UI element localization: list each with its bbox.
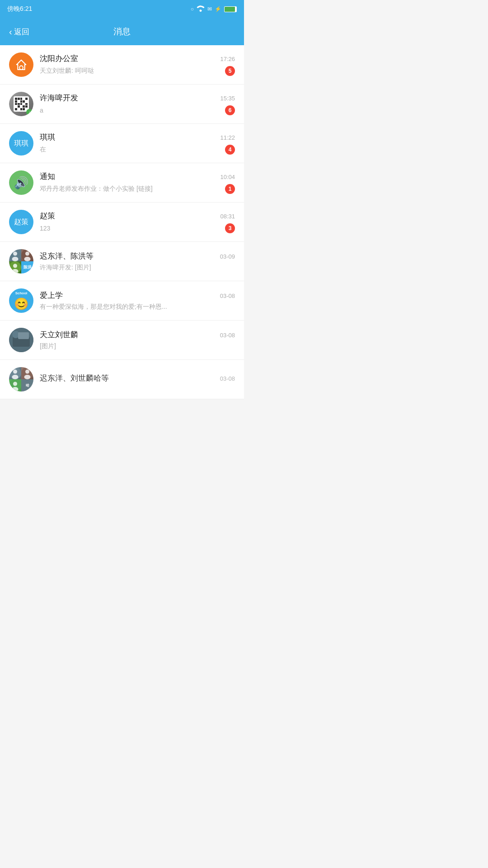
unread-badge: 1: [225, 184, 235, 194]
message-preview: 有一种爱深似海，那是您对我的爱;有一种恩...: [40, 303, 193, 311]
list-item[interactable]: 赵策 赵策 08:31 123 3: [0, 203, 244, 242]
contact-name: 琪琪: [40, 132, 55, 142]
avatar: School 😊: [9, 288, 33, 313]
avatar: [9, 328, 33, 352]
svg-point-25: [12, 387, 19, 392]
message-preview: 在: [40, 146, 193, 154]
avatar-text: 琪琪: [14, 139, 28, 148]
svg-point-11: [13, 264, 17, 268]
contact-name: 赵策: [40, 211, 55, 221]
message-content: 沈阳办公室 17:26 天立刘世麟: 呵呵哒 5: [40, 53, 235, 76]
message-preview: 邓丹丹老师发布作业：做个小实验 [链接]: [40, 185, 193, 193]
avatar: 陈洪: [9, 249, 33, 274]
message-time: 03-08: [220, 292, 235, 299]
message-content: 琪琪 11:22 在 4: [40, 132, 235, 155]
contact-name: 天立刘世麟: [40, 330, 78, 340]
message-content: 赵策 08:31 123 3: [40, 211, 235, 233]
contact-name: 爱上学: [40, 290, 63, 301]
message-content: 迟东洋、刘世麟哈等 03-08: [40, 373, 235, 386]
message-icon: ✉: [207, 6, 212, 12]
svg-point-8: [25, 252, 29, 256]
message-content: 天立刘世麟 03-08 [图片]: [40, 330, 235, 350]
message-content: 通知 10:04 邓丹丹老师发布作业：做个小实验 [链接] 1: [40, 171, 235, 194]
list-item[interactable]: 🔊 通知 10:04 邓丹丹老师发布作业：做个小实验 [链接] 1: [0, 163, 244, 203]
battery-charging-icon: ⚡: [215, 6, 221, 12]
status-icons: ○ ✉ ⚡: [191, 5, 237, 13]
status-bar: 傍晚6:21 ○ ✉ ⚡: [0, 0, 244, 18]
contact-name: 沈阳办公室: [40, 53, 78, 64]
contact-name: 通知: [40, 171, 55, 182]
list-item[interactable]: 哈 迟东洋、刘世麟哈等 03-08: [0, 360, 244, 399]
svg-point-12: [12, 269, 19, 274]
battery-icon: [224, 6, 237, 12]
speaker-icon: 🔊: [14, 176, 28, 190]
message-preview: 许海啤开发: [图片]: [40, 264, 193, 272]
message-content: 许海啤开发 15:35 a 6: [40, 93, 235, 115]
svg-point-6: [12, 257, 19, 261]
message-time: 10:04: [220, 174, 235, 180]
svg-point-5: [13, 252, 17, 256]
message-time: 03-08: [220, 375, 235, 382]
list-item[interactable]: 琪琪 琪琪 11:22 在 4: [0, 124, 244, 163]
list-item[interactable]: 沈阳办公室 17:26 天立刘世麟: 呵呵哒 5: [0, 45, 244, 85]
svg-point-18: [13, 370, 17, 374]
unread-badge: 6: [225, 105, 235, 115]
header: ‹ 返回 消息: [0, 18, 244, 45]
avatar: 琪琪: [9, 131, 33, 156]
page-title: 消息: [113, 26, 131, 38]
list-item[interactable]: 天立刘世麟 03-08 [图片]: [0, 321, 244, 360]
message-preview: [图片]: [40, 342, 193, 350]
contact-name: 许海啤开发: [40, 93, 78, 103]
avatar: 哈: [9, 367, 33, 392]
message-preview: 天立刘世麟: 呵呵哒: [40, 67, 193, 75]
wifi-icon: [197, 5, 205, 13]
avatar-text: 赵策: [14, 217, 28, 227]
alarm-icon: ○: [191, 6, 194, 12]
message-time: 03-09: [220, 253, 235, 260]
message-content: 迟东洋、陈洪等 03-09 许海啤开发: [图片]: [40, 251, 235, 272]
message-list: 沈阳办公室 17:26 天立刘世麟: 呵呵哒 5 ♪: [0, 45, 244, 399]
message-content: 爱上学 03-08 有一种爱深似海，那是您对我的爱;有一种恩...: [40, 290, 235, 311]
school-label: School: [15, 291, 28, 295]
avatar: ♪: [9, 92, 33, 116]
message-time: 08:31: [220, 213, 235, 220]
svg-point-19: [12, 375, 19, 379]
list-item[interactable]: 陈洪 迟东洋、陈洪等 03-09 许海啤开发: [图片]: [0, 242, 244, 281]
avatar: [9, 52, 33, 77]
svg-point-22: [24, 375, 31, 379]
contact-name: 迟东洋、刘世麟哈等: [40, 373, 109, 383]
contact-name: 迟东洋、陈洪等: [40, 251, 94, 261]
back-button[interactable]: ‹ 返回: [9, 27, 29, 37]
unread-badge: 4: [225, 145, 235, 155]
back-chevron-icon: ‹: [9, 27, 12, 37]
unread-badge: 3: [225, 223, 235, 233]
svg-point-9: [24, 257, 31, 261]
message-time: 03-08: [220, 332, 235, 339]
avatar: 🔊: [9, 170, 33, 195]
svg-point-24: [13, 382, 17, 386]
unread-badge: 5: [225, 66, 235, 76]
message-time: 15:35: [220, 95, 235, 102]
avatar: 赵策: [9, 210, 33, 234]
svg-point-21: [25, 370, 29, 374]
list-item[interactable]: School 😊 爱上学 03-08 有一种爱深似海，那是您对我的爱;有一种恩.…: [0, 281, 244, 321]
back-label: 返回: [14, 27, 29, 37]
message-preview: 123: [40, 225, 193, 232]
svg-rect-16: [18, 332, 29, 339]
status-time: 傍晚6:21: [7, 5, 32, 13]
list-item[interactable]: ♪ 许海啤开发 15:35 a 6: [0, 85, 244, 124]
message-time: 11:22: [220, 134, 235, 141]
message-time: 17:26: [220, 56, 235, 62]
message-preview: a: [40, 107, 193, 114]
